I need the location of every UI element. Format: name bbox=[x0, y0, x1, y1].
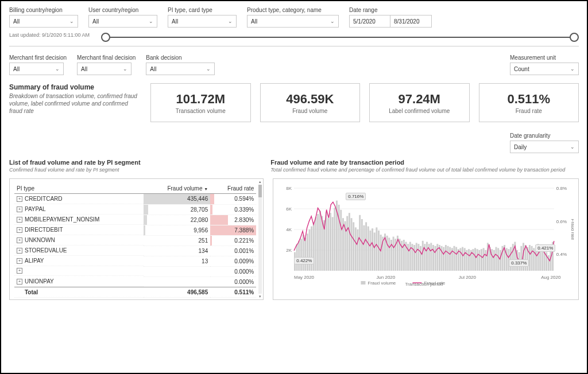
table-subtitle: Confirmed fraud volume and rate by PI se… bbox=[9, 167, 261, 173]
expand-icon[interactable]: + bbox=[17, 227, 22, 233]
slider-end-knob[interactable] bbox=[570, 33, 579, 42]
kpi-fraud-rate: 0.511% Fraud rate bbox=[479, 83, 579, 122]
user-region-select[interactable]: All⌄ bbox=[88, 15, 157, 28]
chart-title: Fraud volume and rate by transaction per… bbox=[270, 159, 579, 166]
chart-annotation: 0.716% bbox=[346, 193, 366, 200]
svg-rect-15 bbox=[300, 239, 302, 271]
kpi-label-confirmed-volume: 97.24M Label confirmed volume bbox=[369, 83, 470, 122]
date-start-input[interactable]: 5/1/2020 bbox=[349, 15, 390, 28]
svg-rect-23 bbox=[317, 214, 319, 271]
summary-title: Summary of fraud volume bbox=[9, 83, 141, 91]
scroll-down-icon[interactable]: ▾ bbox=[258, 294, 262, 299]
svg-rect-88 bbox=[454, 246, 455, 271]
chevron-down-icon: ⌄ bbox=[69, 18, 74, 24]
table-row[interactable]: +CREDITCARD435,4460.594% bbox=[14, 194, 256, 205]
svg-rect-51 bbox=[376, 227, 378, 271]
product-type-select[interactable]: All⌄ bbox=[247, 15, 339, 28]
date-granularity-select[interactable]: Daily⌄ bbox=[510, 141, 579, 153]
svg-text:2K: 2K bbox=[286, 248, 292, 253]
divider bbox=[9, 46, 579, 46]
expand-icon[interactable]: + bbox=[17, 196, 22, 202]
svg-text:0.4%: 0.4% bbox=[556, 252, 567, 257]
table-row[interactable]: +MOBILEPAYMENT_NONSIM22,0802.830% bbox=[14, 215, 256, 225]
svg-text:6K: 6K bbox=[286, 207, 292, 212]
expand-icon[interactable]: + bbox=[17, 207, 22, 212]
date-range-slider[interactable] bbox=[106, 37, 574, 38]
expand-icon[interactable]: + bbox=[17, 217, 22, 223]
chevron-down-icon: ⌄ bbox=[206, 66, 211, 72]
merchant-first-select[interactable]: All⌄ bbox=[9, 63, 64, 75]
merchant-first-label: Merchant first decision bbox=[9, 54, 67, 61]
kpi-fraud-volume: 496.59K Fraud volume bbox=[260, 83, 361, 122]
pi-type-label: PI type, card type bbox=[168, 7, 237, 13]
date-range-inputs[interactable]: 5/1/2020 8/31/2020 bbox=[349, 15, 432, 28]
svg-rect-41 bbox=[355, 227, 357, 271]
table-row[interactable]: +PAYPAL28,7050.339% bbox=[14, 204, 256, 215]
col-fraud-volume[interactable]: Fraud volume ▼ bbox=[144, 184, 210, 194]
svg-rect-47 bbox=[368, 227, 369, 271]
chart-subtitle: Total confirmed fraud volume and percent… bbox=[270, 167, 579, 173]
date-range-label: Date range bbox=[349, 7, 432, 13]
svg-rect-106 bbox=[491, 249, 493, 271]
chevron-down-icon: ⌄ bbox=[330, 18, 335, 24]
bank-decision-label: Bank decision bbox=[146, 54, 215, 61]
summary-desc: Breakdown of transaction volume, confirm… bbox=[9, 92, 141, 115]
expand-icon[interactable]: + bbox=[17, 248, 22, 254]
svg-text:4K: 4K bbox=[286, 227, 292, 232]
bank-decision-select[interactable]: All⌄ bbox=[146, 63, 215, 75]
merchant-final-select[interactable]: All⌄ bbox=[77, 63, 131, 75]
slider-start-knob[interactable] bbox=[101, 33, 110, 42]
svg-rect-107 bbox=[493, 250, 495, 271]
table-scrollbar[interactable]: ▴ ▾ bbox=[258, 179, 262, 299]
chart-annotation: 0.337% bbox=[509, 259, 529, 267]
svg-rect-120 bbox=[521, 246, 523, 271]
date-granularity-label: Date granularity bbox=[510, 133, 579, 139]
svg-rect-93 bbox=[464, 248, 466, 271]
table-row[interactable]: +0.000% bbox=[14, 266, 256, 276]
expand-icon[interactable]: + bbox=[17, 268, 22, 274]
svg-rect-53 bbox=[380, 235, 382, 271]
measurement-unit-select[interactable]: Count⌄ bbox=[510, 63, 579, 75]
table-row[interactable]: +STOREDVALUE1340.001% bbox=[14, 246, 256, 256]
svg-rect-99 bbox=[477, 249, 478, 271]
svg-text:Fraud rate: Fraud rate bbox=[570, 219, 574, 240]
svg-rect-42 bbox=[357, 229, 359, 271]
svg-rect-30 bbox=[332, 217, 334, 271]
billing-select[interactable]: All⌄ bbox=[9, 15, 78, 28]
svg-rect-80 bbox=[437, 244, 439, 271]
svg-rect-103 bbox=[485, 250, 487, 271]
svg-text:0.8%: 0.8% bbox=[556, 186, 567, 191]
svg-rect-75 bbox=[426, 242, 428, 271]
measurement-unit-label: Measurement unit bbox=[510, 54, 579, 61]
svg-rect-50 bbox=[374, 232, 376, 271]
svg-rect-73 bbox=[422, 241, 424, 271]
expand-icon[interactable]: + bbox=[17, 237, 22, 243]
svg-rect-17 bbox=[304, 237, 306, 271]
svg-text:Fraud rate: Fraud rate bbox=[424, 280, 446, 286]
col-pi-type[interactable]: PI type bbox=[14, 184, 144, 194]
scroll-up-icon[interactable]: ▴ bbox=[258, 179, 262, 185]
chevron-down-icon: ⌄ bbox=[55, 66, 60, 72]
table-row[interactable]: +UNIONPAY0.000% bbox=[14, 276, 256, 287]
expand-icon[interactable]: + bbox=[17, 279, 22, 285]
svg-rect-141 bbox=[361, 281, 366, 285]
date-end-input[interactable]: 8/31/2020 bbox=[390, 15, 432, 28]
expand-icon[interactable]: + bbox=[17, 258, 22, 264]
svg-text:May 2020: May 2020 bbox=[294, 275, 315, 280]
col-fraud-rate[interactable]: Fraud rate bbox=[210, 184, 256, 194]
svg-rect-82 bbox=[441, 246, 443, 271]
svg-rect-85 bbox=[447, 246, 449, 271]
table-row[interactable]: +UNKNOWN2510.221% bbox=[14, 235, 256, 246]
svg-rect-46 bbox=[365, 222, 367, 271]
svg-text:Jul 2020: Jul 2020 bbox=[459, 275, 477, 280]
svg-text:0.6%: 0.6% bbox=[556, 219, 567, 224]
svg-rect-67 bbox=[409, 242, 411, 271]
svg-rect-24 bbox=[319, 211, 321, 271]
table-row[interactable]: +DIRECTDEBIT9,9567.388% bbox=[14, 225, 256, 235]
svg-rect-77 bbox=[431, 243, 432, 271]
table-row[interactable]: +ALIPAY130.009% bbox=[14, 256, 256, 266]
scrollbar-thumb[interactable] bbox=[258, 185, 262, 197]
pi-type-select[interactable]: All⌄ bbox=[168, 15, 237, 28]
svg-rect-14 bbox=[298, 241, 300, 271]
svg-rect-110 bbox=[500, 250, 501, 271]
